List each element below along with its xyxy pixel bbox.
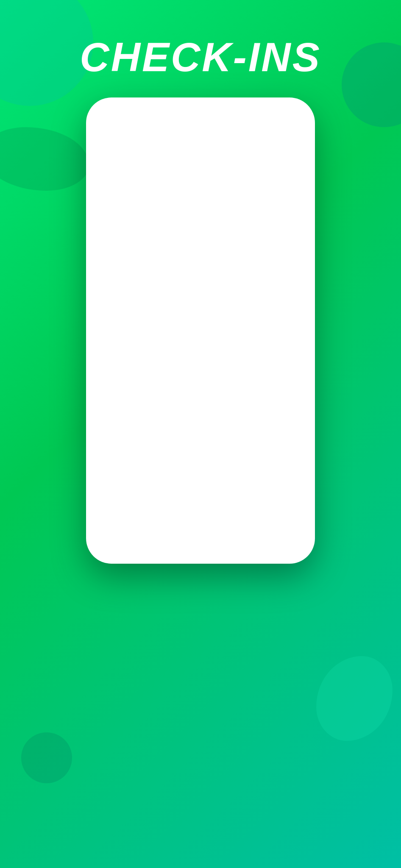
bg-decoration-3: [0, 127, 89, 191]
phone-mockup: Jefferson St Lincoln St Magnolia St Flow…: [86, 97, 315, 564]
bg-decoration-1: [0, 0, 93, 106]
phone-frame: Jefferson St Lincoln St Magnolia St Flow…: [86, 97, 315, 564]
bg-decoration-5: [21, 732, 72, 783]
page-title: CHECK-INS: [80, 34, 321, 81]
bg-decoration-4: [316, 656, 393, 741]
bg-decoration-2: [342, 42, 401, 127]
